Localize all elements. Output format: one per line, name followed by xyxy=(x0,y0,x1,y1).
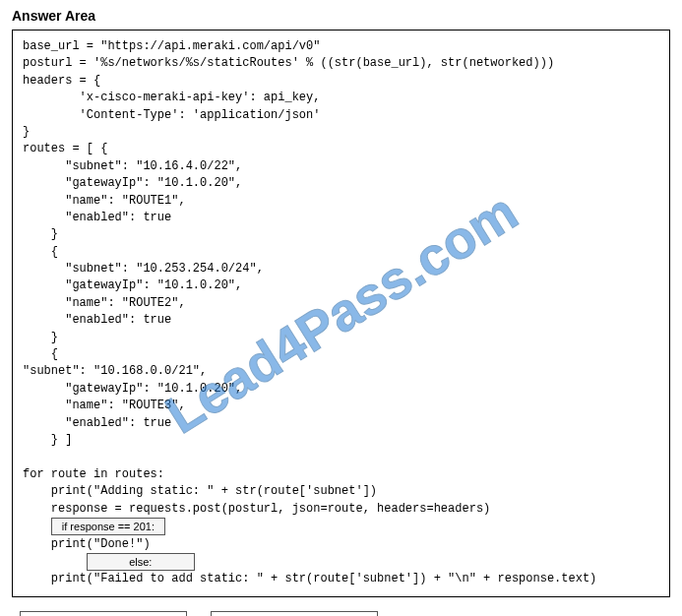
options-row-1: if response == 601: when: xyxy=(12,611,670,616)
code-line: "name": "ROUTE3", xyxy=(23,399,186,412)
code-line: print("Done!") xyxy=(23,537,151,551)
code-line: { xyxy=(23,245,58,259)
code-line: print("Failed to add static: " + str(rou… xyxy=(23,572,596,585)
code-line: headers = { xyxy=(23,74,100,88)
drop-slot-else[interactable]: else: xyxy=(87,553,195,571)
code-line: "gatewayIp": "10.1.0.20", xyxy=(23,382,242,396)
code-line: "enabled": true xyxy=(23,211,171,224)
code-line: response = requests.post(posturl, json=r… xyxy=(23,502,490,516)
code-line: { xyxy=(23,347,58,361)
code-line: } xyxy=(23,125,30,139)
code-line: 'x-cisco-meraki-api-key': api_key, xyxy=(23,91,320,104)
code-line: "gatewayIp": "10.1.0.20", xyxy=(23,176,242,190)
watermark-text: Lead4Pass.com xyxy=(151,174,532,453)
code-container: base_url = "https://api.meraki.com/api/v… xyxy=(12,30,670,597)
code-line: "name": "ROUTE1", xyxy=(23,194,186,208)
code-line: } xyxy=(23,227,58,241)
code-line: } ] xyxy=(23,433,72,447)
code-line: "gatewayIp": "10.1.0.20", xyxy=(23,278,242,292)
code-line: posturl = '%s/networks/%s/staticRoutes' … xyxy=(23,56,554,70)
code-line: "subnet": "10.168.0.0/21", xyxy=(23,364,207,378)
drop-slot-if[interactable]: if response == 201: xyxy=(51,518,165,535)
code-line: routes = [ { xyxy=(23,142,107,155)
code-line: } xyxy=(23,331,58,344)
code-line: "enabled": true xyxy=(23,416,171,430)
code-line: 'Content-Type': 'application/json' xyxy=(23,108,320,122)
code-line: base_url = "https://api.meraki.com/api/v… xyxy=(23,39,320,53)
code-line: "enabled": true xyxy=(23,313,171,327)
code-line: "subnet": "10.16.4.0/22", xyxy=(23,159,242,173)
answer-area-title: Answer Area xyxy=(12,8,670,24)
code-line: "subnet": "10.253.254.0/24", xyxy=(23,262,264,276)
code-line: print("Adding static: " + str(route['sub… xyxy=(23,484,377,498)
code-line: for route in routes: xyxy=(23,467,164,481)
code-line: "name": "ROUTE2", xyxy=(23,296,186,310)
option-if-601[interactable]: if response == 601: xyxy=(20,611,187,616)
option-when[interactable]: when: xyxy=(211,611,378,616)
